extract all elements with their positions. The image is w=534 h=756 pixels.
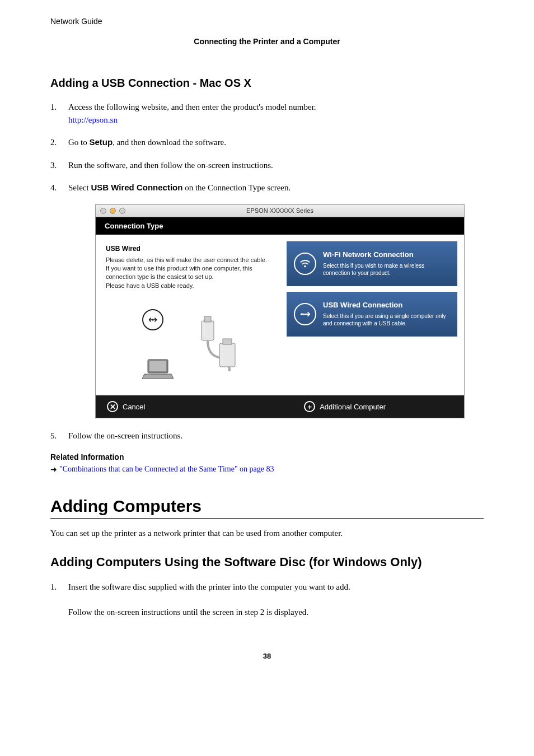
step-1: Access the following website, and then e… bbox=[50, 101, 484, 126]
svg-rect-6 bbox=[223, 339, 232, 344]
additional-computer-button[interactable]: + Additional Computer bbox=[304, 401, 386, 412]
svg-rect-3 bbox=[202, 321, 214, 340]
usb-option-sub: Select this if you are using a single co… bbox=[323, 312, 450, 327]
epson-link[interactable]: http://epson.sn bbox=[68, 115, 118, 124]
usb-wired-title: USB Wired bbox=[106, 245, 277, 253]
step-1-text: Access the following website, and then e… bbox=[68, 102, 316, 111]
usb-icon bbox=[142, 309, 163, 330]
usb-option-title: USB Wired Connection bbox=[323, 301, 450, 309]
step-4: Select USB Wired Connection on the Conne… bbox=[50, 181, 484, 194]
mac-titlebar: EPSON XXXXXX Series bbox=[96, 205, 464, 217]
step-5: Follow the on-screen instructions. bbox=[50, 430, 484, 442]
laptop-icon bbox=[142, 358, 174, 381]
section-title-usb-mac: Adding a USB Connection - Mac OS X bbox=[50, 77, 484, 90]
additional-label: Additional Computer bbox=[320, 403, 386, 411]
svg-rect-5 bbox=[219, 343, 235, 367]
step-4-bold: USB Wired Connection bbox=[91, 183, 182, 192]
step-2: Go to Setup, and then download the softw… bbox=[50, 136, 484, 149]
page-number: 38 bbox=[50, 652, 484, 660]
plus-icon: + bbox=[304, 401, 315, 412]
step-2-post: , and then download the software. bbox=[113, 138, 226, 147]
arrow-icon: ➜ bbox=[50, 465, 57, 474]
adding-computers-disc-heading: Adding Computers Using the Software Disc… bbox=[50, 555, 484, 570]
step-2-pre: Go to bbox=[68, 138, 90, 147]
usb-option-card[interactable]: USB Wired Connection Select this if you … bbox=[287, 292, 457, 337]
cancel-icon: ✕ bbox=[107, 401, 118, 412]
usb-option-icon bbox=[294, 303, 316, 325]
usb-illustration bbox=[106, 307, 277, 385]
usb-wired-desc: Please delete, as this will make the use… bbox=[106, 256, 277, 291]
cancel-button[interactable]: ✕ Cancel bbox=[107, 401, 145, 412]
section-header: Connecting the Printer and a Computer bbox=[50, 37, 484, 46]
step-4-pre: Select bbox=[68, 183, 91, 192]
step-2-bold: Setup bbox=[90, 137, 113, 147]
related-link[interactable]: "Combinations that can be Connected at t… bbox=[59, 465, 274, 474]
svg-point-0 bbox=[152, 319, 153, 320]
step-5-text: Follow the on-screen instructions. bbox=[68, 431, 182, 440]
adding-computers-intro: You can set up the printer as a network … bbox=[50, 529, 484, 538]
cancel-label: Cancel bbox=[123, 403, 145, 411]
disc-step-1: Insert the software disc supplied with t… bbox=[50, 581, 484, 619]
adding-computers-heading: Adding Computers bbox=[50, 497, 484, 519]
related-info-heading: Related Information bbox=[50, 452, 484, 461]
usb-cable-icon bbox=[190, 315, 241, 377]
svg-rect-2 bbox=[149, 361, 166, 371]
disc-step-1-line2: Follow the on-screen instructions until … bbox=[68, 608, 308, 617]
step-3: Run the software, and then follow the on… bbox=[50, 159, 484, 172]
step-4-post: on the Connection Type screen. bbox=[182, 183, 291, 192]
wifi-icon bbox=[294, 253, 316, 275]
wifi-option-card[interactable]: Wi-Fi Network Connection Select this if … bbox=[287, 241, 457, 286]
wifi-option-sub: Select this if you wish to make a wirele… bbox=[323, 262, 450, 277]
step-3-text: Run the software, and then follow the on… bbox=[68, 161, 273, 170]
connection-type-screenshot: EPSON XXXXXX Series Connection Type USB … bbox=[95, 204, 465, 419]
wifi-option-title: Wi-Fi Network Connection bbox=[323, 250, 450, 259]
guide-name: Network Guide bbox=[50, 17, 484, 26]
svg-rect-4 bbox=[204, 316, 211, 322]
left-description-pane: USB Wired Please delete, as this will ma… bbox=[102, 241, 280, 389]
svg-point-7 bbox=[304, 265, 306, 267]
window-title: EPSON XXXXXX Series bbox=[96, 207, 464, 214]
disc-step-1-line1: Insert the software disc supplied with t… bbox=[68, 582, 350, 591]
connection-type-header: Connection Type bbox=[96, 217, 464, 235]
empty-option-slot bbox=[287, 342, 457, 387]
svg-point-8 bbox=[301, 313, 303, 315]
